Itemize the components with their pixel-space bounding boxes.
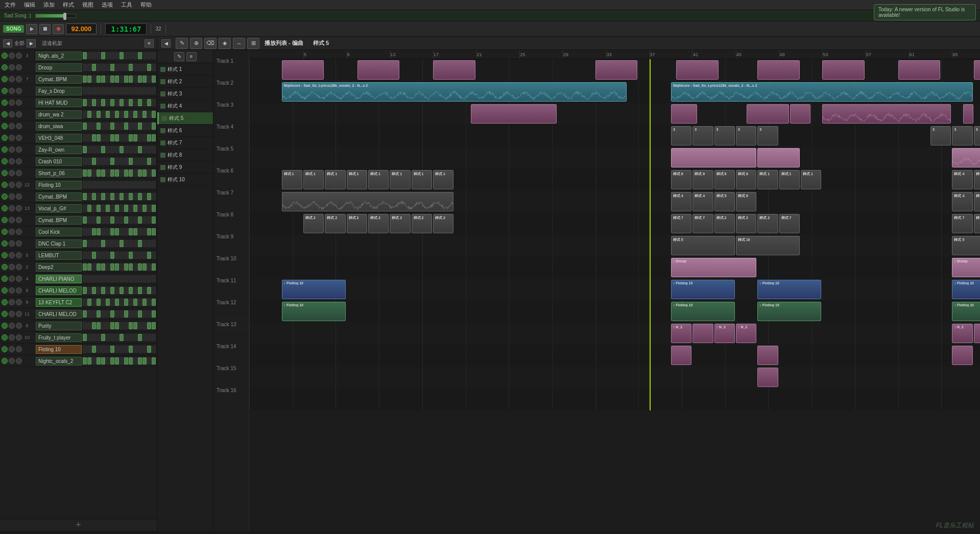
inst-solo-btn[interactable] xyxy=(16,100,22,106)
track-block[interactable]: 3 xyxy=(974,126,980,145)
beat-cell[interactable] xyxy=(110,76,114,83)
instrument-row[interactable]: 2 Deep2 xyxy=(0,261,157,273)
beat-cell[interactable] xyxy=(83,99,87,106)
beat-cell[interactable] xyxy=(129,99,133,106)
beat-cell[interactable] xyxy=(97,134,101,141)
beat-cell[interactable] xyxy=(92,134,96,141)
beat-cell[interactable] xyxy=(124,111,128,118)
beat-cell[interactable] xyxy=(142,240,147,247)
track-block[interactable] xyxy=(747,104,789,124)
pattern-list-item[interactable]: 样式 4 xyxy=(157,100,213,112)
track-block[interactable]: 样式 7 xyxy=(692,214,713,233)
beat-cell[interactable] xyxy=(129,134,133,141)
beat-cell[interactable] xyxy=(97,275,101,282)
beat-cell[interactable] xyxy=(147,275,151,282)
beat-cell[interactable] xyxy=(133,310,137,318)
beat-cell[interactable] xyxy=(142,87,147,94)
pattern-list-item[interactable]: 样式 6 xyxy=(157,125,213,137)
beat-cell[interactable] xyxy=(106,334,110,341)
track-block[interactable]: 样式 2 xyxy=(714,214,735,233)
beat-cell[interactable] xyxy=(138,146,142,153)
inst-name[interactable]: Fruity_t player xyxy=(36,333,82,342)
inst-name[interactable]: Vocal_p_G# xyxy=(36,204,82,213)
inst-green-btn[interactable] xyxy=(2,240,8,247)
beat-cell[interactable] xyxy=(101,123,105,130)
beat-cell[interactable] xyxy=(106,99,110,106)
slip-tool[interactable]: ↔ xyxy=(233,38,245,49)
beat-cell[interactable] xyxy=(110,87,114,94)
beat-cell[interactable] xyxy=(87,322,91,329)
beat-cell[interactable] xyxy=(115,263,119,271)
track-block[interactable]: 样式 1 xyxy=(390,170,410,189)
beat-cell[interactable] xyxy=(142,181,147,188)
beat-cell[interactable] xyxy=(101,322,105,329)
bpm-display[interactable]: 92.000 xyxy=(66,23,97,34)
track-block[interactable]: 样式 1 xyxy=(779,170,800,189)
inst-solo-btn[interactable] xyxy=(16,264,22,270)
beat-cell[interactable] xyxy=(101,216,105,224)
beat-cell[interactable] xyxy=(92,111,96,118)
beat-cell[interactable] xyxy=(138,181,142,188)
instrument-row[interactable]: Nightc_ocals_2 xyxy=(0,355,157,367)
beat-cell[interactable] xyxy=(115,216,119,224)
instrument-row[interactable]: 12 Floting 10 xyxy=(0,179,157,191)
beat-cell[interactable] xyxy=(97,334,101,341)
beat-cell[interactable] xyxy=(142,193,147,200)
beat-cell[interactable] xyxy=(101,346,105,353)
beat-cell[interactable] xyxy=(133,64,137,71)
track-block[interactable]: ↕ N_2 xyxy=(714,324,735,343)
beat-cell[interactable] xyxy=(115,123,119,130)
beat-cell[interactable] xyxy=(142,310,147,318)
inst-mute-btn[interactable] xyxy=(9,53,15,59)
beat-cell[interactable] xyxy=(119,146,124,153)
track-row[interactable] xyxy=(249,345,980,367)
beat-cell[interactable] xyxy=(124,76,128,83)
track-block[interactable] xyxy=(974,324,980,343)
inst-solo-btn[interactable] xyxy=(16,346,22,352)
beat-cell[interactable] xyxy=(142,64,147,71)
beat-cell[interactable] xyxy=(101,181,105,188)
inst-name[interactable]: Zay-R_own xyxy=(36,145,82,154)
beat-cell[interactable] xyxy=(138,205,142,212)
instrument-row[interactable]: DNC Clap 1 xyxy=(0,238,157,250)
beat-cell[interactable] xyxy=(124,134,128,141)
beat-cell[interactable] xyxy=(119,346,124,353)
track-block[interactable]: 3 xyxy=(952,126,972,145)
track-block[interactable]: ↕ N_2 xyxy=(671,324,691,343)
beat-cell[interactable] xyxy=(147,228,151,235)
track-block[interactable]: ↕ Floting 10 xyxy=(282,302,346,321)
track-block[interactable]: 样式 1 xyxy=(433,170,453,189)
beat-cell[interactable] xyxy=(147,158,151,165)
beat-cell[interactable] xyxy=(110,111,114,118)
beat-cell[interactable] xyxy=(129,252,133,259)
beat-cell[interactable] xyxy=(147,52,151,59)
beat-cell[interactable] xyxy=(106,310,110,318)
beat-cell[interactable] xyxy=(87,205,91,212)
beat-cell[interactable] xyxy=(124,310,128,318)
inst-mute-btn[interactable] xyxy=(9,358,15,364)
beat-cell[interactable] xyxy=(110,263,114,271)
beat-cell[interactable] xyxy=(106,252,110,259)
inst-mute-btn[interactable] xyxy=(9,182,15,188)
beat-cell[interactable] xyxy=(124,357,128,365)
beat-cell[interactable] xyxy=(97,240,101,247)
beat-cell[interactable] xyxy=(106,287,110,294)
beat-cell[interactable] xyxy=(115,52,119,59)
track-block[interactable] xyxy=(790,104,810,124)
beat-cell[interactable] xyxy=(129,87,133,94)
beat-cell[interactable] xyxy=(101,52,105,59)
beat-cell[interactable] xyxy=(106,216,110,224)
beat-cell[interactable] xyxy=(101,146,105,153)
track-block[interactable] xyxy=(822,104,951,124)
beat-cell[interactable] xyxy=(133,52,137,59)
beat-cell[interactable] xyxy=(133,252,137,259)
instrument-row[interactable]: Zay-R_own xyxy=(0,144,157,156)
beat-cell[interactable] xyxy=(133,158,137,165)
inst-solo-btn[interactable] xyxy=(16,170,22,176)
instrument-row[interactable]: 9 13 KEYFLT C2 xyxy=(0,297,157,308)
beat-cell[interactable] xyxy=(129,346,133,353)
beat-cell[interactable] xyxy=(142,322,147,329)
beat-cell[interactable] xyxy=(92,346,96,353)
beat-cell[interactable] xyxy=(83,299,87,306)
track-block[interactable]: 样式 1 xyxy=(757,170,778,189)
